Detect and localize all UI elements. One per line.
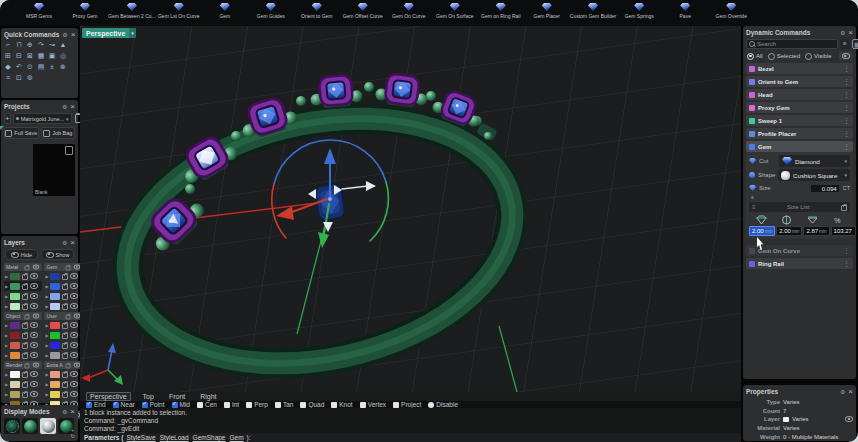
layer-color-swatch[interactable] (10, 273, 20, 280)
layer-color-swatch[interactable] (50, 391, 60, 398)
expand-triangle-icon[interactable]: ▶ (5, 353, 8, 358)
shape-dropdown[interactable]: Cushion Square ▾ (778, 169, 850, 181)
toolbar-item[interactable]: MSR Gems (16, 0, 62, 19)
kebab-menu-icon[interactable]: ⋮ (843, 260, 850, 268)
toolbar-item[interactable]: Gem On Curve (386, 0, 432, 19)
eye-icon[interactable] (70, 391, 78, 397)
osnap-toggle[interactable]: Point (142, 401, 165, 408)
expand-triangle-icon[interactable]: ▶ (45, 294, 48, 299)
quick-command-icon[interactable]: ⌐ (4, 41, 12, 49)
kebab-menu-icon[interactable]: ⋮ (843, 143, 850, 151)
gear-icon[interactable]: ⚙ (840, 389, 845, 395)
layer-row[interactable]: ▶ (4, 369, 42, 379)
eye-icon[interactable] (70, 322, 78, 328)
layer-color-swatch[interactable] (50, 303, 60, 310)
kebab-menu-icon[interactable]: ⋮ (843, 78, 850, 86)
quick-command-icon[interactable]: ⊟ (15, 52, 23, 60)
command-option-link[interactable]: StyleSave (126, 433, 155, 442)
eye-icon[interactable] (73, 265, 79, 270)
lock-icon[interactable] (62, 382, 68, 388)
layer-color-swatch[interactable] (10, 283, 20, 290)
visibility-toggle-button[interactable] (839, 52, 852, 60)
gear-icon[interactable]: ⚙ (62, 32, 67, 38)
close-icon[interactable]: × (848, 29, 853, 36)
project-dropdown[interactable]: Matrixgold June... ▾ (13, 113, 72, 124)
layer-color-swatch[interactable] (50, 273, 60, 280)
display-mode-tile[interactable] (22, 418, 38, 434)
quick-command-icon[interactable]: ↶ (15, 63, 23, 71)
lock-icon[interactable] (22, 372, 28, 378)
toolbar-item[interactable]: Pave (662, 0, 708, 19)
kebab-menu-icon[interactable]: ⋮ (843, 65, 850, 73)
command-option-link[interactable]: Gem (229, 433, 243, 442)
close-icon[interactable]: × (70, 239, 75, 246)
command-option-link[interactable]: GemShape (193, 433, 226, 442)
refresh-icon[interactable]: ↻ (70, 433, 75, 439)
layer-row[interactable]: ▶ (4, 340, 42, 350)
lock-icon[interactable] (22, 333, 28, 339)
eye-icon[interactable] (30, 332, 38, 338)
osnap-toggle[interactable]: Knot (331, 401, 352, 408)
eye-icon[interactable] (30, 293, 38, 299)
eye-icon[interactable] (70, 371, 78, 377)
gear-icon[interactable]: ⚙ (840, 30, 845, 36)
quick-command-icon[interactable]: ◆ (4, 63, 12, 71)
layer-color-swatch[interactable] (50, 332, 60, 339)
lock-icon[interactable] (22, 274, 28, 280)
quick-command-icon[interactable]: ⊙ (26, 63, 34, 71)
close-icon[interactable]: × (70, 408, 75, 415)
eye-icon[interactable] (845, 416, 853, 422)
layer-group-header[interactable]: Extra A (44, 361, 82, 369)
layer-row[interactable]: ▶ (44, 281, 82, 291)
expand-triangle-icon[interactable]: ▶ (45, 274, 48, 279)
layer-color-swatch[interactable] (10, 381, 20, 388)
project-thumbnail[interactable]: Blank (33, 144, 75, 196)
toolbar-item[interactable]: Proxy Gem (62, 0, 108, 19)
dimension-input[interactable]: 2.00 mm (776, 226, 802, 236)
layer-color-swatch[interactable] (10, 293, 20, 300)
close-icon[interactable]: × (70, 103, 75, 110)
layer-color-swatch[interactable] (50, 381, 60, 388)
hide-layers-button[interactable]: Hide (5, 249, 38, 260)
toolbar-item[interactable]: Gem On Surface (432, 0, 478, 19)
layer-color-swatch[interactable] (10, 342, 20, 349)
command-list-item[interactable]: Gem ⋮ (746, 141, 853, 152)
osnap-toggle[interactable]: Perp (246, 401, 268, 408)
gear-icon[interactable]: ⚙ (62, 409, 67, 415)
toolbar-item[interactable]: Orient to Gem (294, 0, 340, 19)
lock-icon[interactable] (22, 294, 28, 300)
layer-row[interactable]: ▶ (4, 330, 42, 340)
lock-icon[interactable] (65, 265, 70, 270)
command-list-item[interactable]: Bezel ⋮ (746, 63, 853, 74)
drag-handle-icon[interactable] (751, 196, 754, 199)
expand-triangle-icon[interactable]: ▶ (45, 284, 48, 289)
full-save-button[interactable]: Full Save (4, 127, 39, 139)
search-input[interactable] (757, 41, 835, 47)
eye-icon[interactable] (70, 332, 78, 338)
grid-view-button[interactable]: ▦ (852, 39, 858, 49)
show-layers-button[interactable]: Show (41, 249, 74, 260)
layer-group-header[interactable]: Gem (44, 263, 82, 271)
eye-icon[interactable] (70, 342, 78, 348)
eye-icon[interactable] (73, 314, 79, 319)
expand-triangle-icon[interactable]: ▶ (5, 294, 8, 299)
dimension-input[interactable]: 103.27 (831, 226, 856, 236)
eye-icon[interactable] (30, 342, 38, 348)
list-view-button[interactable]: ≡ (840, 39, 850, 49)
viewport-tab[interactable]: Right (197, 393, 219, 400)
expand-triangle-icon[interactable]: ▶ (45, 372, 48, 377)
display-mode-tile[interactable] (4, 418, 20, 434)
filter-radio[interactable]: Selected (768, 53, 800, 60)
eye-icon[interactable] (33, 314, 39, 319)
expand-triangle-icon[interactable]: ▶ (45, 323, 48, 328)
lock-icon[interactable] (22, 353, 28, 359)
eye-icon[interactable] (30, 391, 38, 397)
size-input[interactable]: 0.094 (810, 184, 840, 193)
layer-color-swatch[interactable] (10, 303, 20, 310)
toolbar-item[interactable]: Gem Lst On Curve (156, 0, 202, 19)
close-icon[interactable]: × (71, 31, 76, 38)
gear-icon[interactable]: ⚙ (62, 240, 67, 246)
layer-color-swatch[interactable] (50, 293, 60, 300)
eye-icon[interactable] (30, 381, 38, 387)
viewport-tab[interactable]: Perspective (86, 392, 131, 401)
